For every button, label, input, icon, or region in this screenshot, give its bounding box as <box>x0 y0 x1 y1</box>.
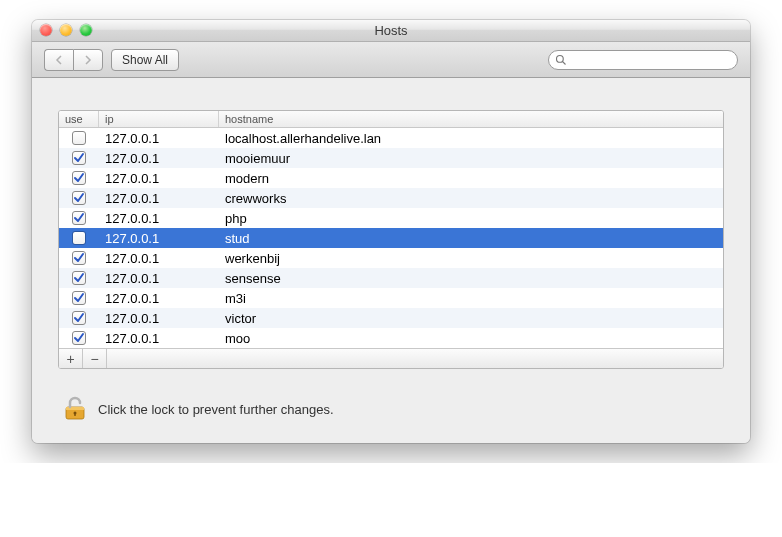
cell-use <box>59 271 99 285</box>
forward-button[interactable] <box>73 49 103 71</box>
window-zoom-button[interactable] <box>80 24 92 36</box>
cell-hostname: mooiemuur <box>219 151 723 166</box>
cell-use <box>59 231 99 245</box>
show-all-button[interactable]: Show All <box>111 49 179 71</box>
window-controls <box>40 24 92 36</box>
cell-use <box>59 191 99 205</box>
check-icon <box>73 252 85 264</box>
titlebar: Hosts <box>32 20 750 42</box>
cell-hostname: werkenbij <box>219 251 723 266</box>
cell-ip: 127.0.0.1 <box>99 331 219 346</box>
cell-ip: 127.0.0.1 <box>99 311 219 326</box>
table-footer: + − <box>59 348 723 368</box>
use-checkbox[interactable] <box>72 151 86 165</box>
back-button[interactable] <box>44 49 73 71</box>
content-area: use ip hostname 127.0.0.1localhost.aller… <box>32 78 750 443</box>
table-row[interactable]: 127.0.0.1werkenbij <box>59 248 723 268</box>
search-input[interactable] <box>571 53 731 67</box>
cell-ip: 127.0.0.1 <box>99 151 219 166</box>
cell-ip: 127.0.0.1 <box>99 271 219 286</box>
toolbar: Show All <box>32 42 750 78</box>
svg-point-0 <box>557 55 564 62</box>
cell-ip: 127.0.0.1 <box>99 211 219 226</box>
use-checkbox[interactable] <box>72 251 86 265</box>
check-icon <box>73 212 85 224</box>
table-row[interactable]: 127.0.0.1m3i <box>59 288 723 308</box>
cell-use <box>59 211 99 225</box>
check-icon <box>73 292 85 304</box>
use-checkbox[interactable] <box>72 211 86 225</box>
cell-ip: 127.0.0.1 <box>99 231 219 246</box>
table-row[interactable]: 127.0.0.1victor <box>59 308 723 328</box>
table-row[interactable]: 127.0.0.1stud <box>59 228 723 248</box>
cell-use <box>59 311 99 325</box>
use-checkbox[interactable] <box>72 131 86 145</box>
check-icon <box>73 272 85 284</box>
use-checkbox[interactable] <box>72 191 86 205</box>
use-checkbox[interactable] <box>72 171 86 185</box>
window-title: Hosts <box>374 23 407 38</box>
use-checkbox[interactable] <box>72 331 86 345</box>
check-icon <box>73 192 85 204</box>
chevron-left-icon <box>55 55 63 65</box>
lock-row: Click the lock to prevent further change… <box>60 395 724 423</box>
table-row[interactable]: 127.0.0.1localhost.allerhandelive.lan <box>59 128 723 148</box>
cell-hostname: php <box>219 211 723 226</box>
add-row-button[interactable]: + <box>59 349 83 368</box>
cell-hostname: modern <box>219 171 723 186</box>
cell-use <box>59 251 99 265</box>
column-header-use[interactable]: use <box>59 111 99 127</box>
cell-use <box>59 291 99 305</box>
cell-use <box>59 131 99 145</box>
cell-ip: 127.0.0.1 <box>99 191 219 206</box>
lock-button[interactable] <box>60 395 88 423</box>
remove-row-button[interactable]: − <box>83 349 107 368</box>
cell-hostname: stud <box>219 231 723 246</box>
cell-hostname: crewworks <box>219 191 723 206</box>
svg-line-1 <box>563 61 566 64</box>
use-checkbox[interactable] <box>72 291 86 305</box>
cell-hostname: localhost.allerhandelive.lan <box>219 131 723 146</box>
nav-segmented-control <box>44 49 103 71</box>
table-row[interactable]: 127.0.0.1crewworks <box>59 188 723 208</box>
lock-open-icon <box>60 395 88 423</box>
search-icon <box>555 54 567 66</box>
check-icon <box>73 152 85 164</box>
table-row[interactable]: 127.0.0.1sensense <box>59 268 723 288</box>
cell-use <box>59 171 99 185</box>
preferences-window: Hosts Show All use ip hostname 127.0 <box>32 20 750 443</box>
table-row[interactable]: 127.0.0.1php <box>59 208 723 228</box>
show-all-label: Show All <box>122 53 168 67</box>
cell-ip: 127.0.0.1 <box>99 171 219 186</box>
window-close-button[interactable] <box>40 24 52 36</box>
cell-use <box>59 151 99 165</box>
table-header: use ip hostname <box>59 111 723 128</box>
chevron-right-icon <box>84 55 92 65</box>
use-checkbox[interactable] <box>72 231 86 245</box>
cell-hostname: sensense <box>219 271 723 286</box>
cell-hostname: moo <box>219 331 723 346</box>
column-header-hostname[interactable]: hostname <box>219 111 723 127</box>
column-header-ip[interactable]: ip <box>99 111 219 127</box>
cell-ip: 127.0.0.1 <box>99 131 219 146</box>
cell-hostname: victor <box>219 311 723 326</box>
cell-ip: 127.0.0.1 <box>99 291 219 306</box>
lock-text: Click the lock to prevent further change… <box>98 402 334 417</box>
use-checkbox[interactable] <box>72 311 86 325</box>
hosts-table: use ip hostname 127.0.0.1localhost.aller… <box>58 110 724 369</box>
svg-rect-2 <box>66 407 84 410</box>
cell-hostname: m3i <box>219 291 723 306</box>
svg-rect-4 <box>74 413 75 416</box>
window-minimize-button[interactable] <box>60 24 72 36</box>
search-field[interactable] <box>548 50 738 70</box>
check-icon <box>73 172 85 184</box>
table-body: 127.0.0.1localhost.allerhandelive.lan127… <box>59 128 723 348</box>
use-checkbox[interactable] <box>72 271 86 285</box>
check-icon <box>73 312 85 324</box>
check-icon <box>73 332 85 344</box>
table-row[interactable]: 127.0.0.1moo <box>59 328 723 348</box>
cell-use <box>59 331 99 345</box>
table-row[interactable]: 127.0.0.1modern <box>59 168 723 188</box>
cell-ip: 127.0.0.1 <box>99 251 219 266</box>
table-row[interactable]: 127.0.0.1mooiemuur <box>59 148 723 168</box>
